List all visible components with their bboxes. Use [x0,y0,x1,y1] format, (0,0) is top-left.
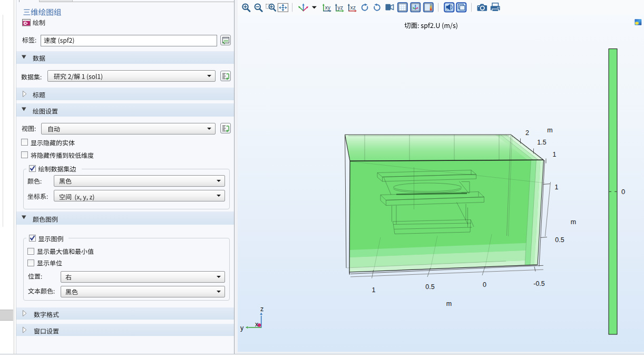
svg-text:0.5: 0.5 [555,236,564,244]
svg-text:0.5: 0.5 [425,283,434,291]
svg-text:1: 1 [555,184,559,191]
svg-text:1: 1 [553,151,557,158]
svg-text:z: z [260,305,264,313]
svg-text:m: m [446,300,452,307]
svg-text:yz: yz [338,4,344,11]
svg-text:2: 2 [525,129,529,137]
svg-text:x: x [255,321,259,328]
svg-text:0: 0 [483,281,486,288]
svg-text:xz: xz [350,4,356,11]
svg-text:m: m [571,218,576,226]
svg-text:1: 1 [372,286,376,294]
svg-text:0: 0 [621,188,625,196]
svg-text:-0.5: -0.5 [533,280,545,287]
svg-text:m: m [547,127,552,134]
svg-text:1.5: 1.5 [537,139,546,146]
svg-text:y: y [240,324,244,332]
svg-text:xy: xy [325,4,331,11]
